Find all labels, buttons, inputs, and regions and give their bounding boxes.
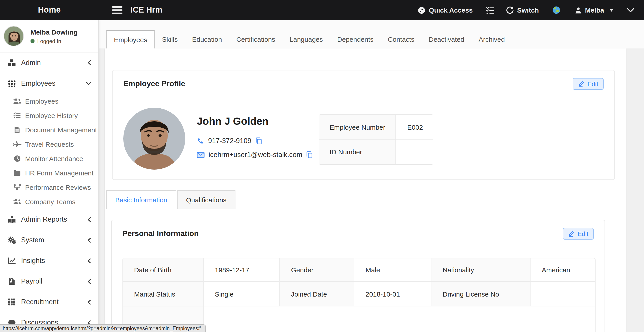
main-content: Employees Skills Education Certification… [99,20,644,332]
sidebar-item-label: Employees [21,79,56,88]
field-label: Marital Status [123,282,204,306]
brand-title: ICE Hrm [130,6,162,15]
chevron-down-icon [86,82,91,85]
tab-certifications[interactable]: Certifications [229,30,282,49]
edit-profile-button[interactable]: Edit [573,78,604,90]
file-archive-icon [6,278,17,285]
employee-phone[interactable]: 917-372-9109 [208,137,251,145]
tab-education[interactable]: Education [185,30,229,49]
link-preview-statusbar: https://icehrm.com/app/demo-icehrm/?g=ad… [0,324,206,332]
employee-profile-card: Employee Profile Edit John J Golden [112,70,615,180]
home-link[interactable]: Home [0,6,99,15]
table-row: Date of Birth 1989-12-17 Gender Male Nat… [123,258,595,282]
module-tabs: Employees Skills Education Certification… [99,20,644,49]
sidebar-item-insights[interactable]: Insights [0,250,98,271]
employee-email[interactable]: icehrm+user1@web-stalk.com [208,151,302,159]
sidebar-subitem-travel-requests[interactable]: Travel Requests [0,137,98,151]
tab-deactivated[interactable]: Deactivated [422,30,471,49]
tasks-button[interactable] [486,6,494,14]
sidebar-subitem-label: Employee History [25,112,78,119]
app-root: Home ICE Hrm Quick Access Switch [0,0,644,332]
field-value [530,282,595,306]
phone-row: 917-372-9109 [197,137,319,145]
phone-icon [197,137,204,144]
sidebar-subitem-monitor-attendance[interactable]: Monitor Attendance [0,151,98,166]
sidebar-item-admin[interactable]: Admin [0,53,98,73]
chevron-left-icon [88,60,91,65]
tab-languages[interactable]: Languages [282,30,330,49]
personal-information-table: Date of Birth 1989-12-17 Gender Male Nat… [122,258,596,332]
sidebar-subitem-performance-reviews[interactable]: Performance Reviews [0,180,98,194]
sidebar-item-label: Admin Reports [21,215,67,223]
table-row: ID Number [319,140,433,164]
topbar: Home ICE Hrm Quick Access Switch [0,0,644,20]
cubes-icon [6,59,17,66]
personal-information-body: Date of Birth 1989-12-17 Gender Male Nat… [112,247,604,332]
copy-icon[interactable] [306,151,312,158]
edit-pencil-icon [568,230,574,237]
diagram-icon [12,184,22,190]
tab-dependents[interactable]: Dependents [330,30,381,49]
user-status: Logged In [30,38,78,44]
field-label: Employee Number [319,115,396,140]
sidebar-subitem-company-teams[interactable]: Company Teams [0,194,98,209]
edit-personal-information-button[interactable]: Edit [563,228,594,239]
tab-contacts[interactable]: Contacts [381,30,422,49]
sidebar-item-label: Insights [21,257,45,265]
tab-employees[interactable]: Employees [106,30,155,49]
checklist-icon [12,112,22,118]
sidebar-item-employees-group[interactable]: Employees [0,73,98,94]
employee-id-table: Employee Number E002 ID Number [319,114,433,165]
sidebar-subitem-label: Employees [25,97,58,105]
switch-button[interactable]: Switch [506,6,539,14]
status-dot-icon [30,39,34,43]
sidebar-subitem-employees[interactable]: Employees [0,94,98,108]
collapse-topbar-button[interactable] [627,8,634,12]
field-value: 2018-10-01 [354,282,432,306]
user-icon [575,7,582,14]
topbar-actions: Quick Access Switch [418,6,644,14]
field-value: Single [204,282,280,306]
globe-icon [552,6,561,14]
book-reader-icon [6,216,17,223]
chevron-left-icon [88,238,91,242]
sidebar-item-recruitment[interactable]: Recruitment [0,292,98,312]
gears-icon [6,236,17,244]
language-globe-button[interactable] [552,6,561,14]
subtab-basic-information[interactable]: Basic Information [106,190,176,209]
employee-profile-header: Employee Profile Edit [112,71,614,97]
users-icon [12,199,22,204]
personal-information-header: Personal Information Edit [112,220,604,247]
sidebar-item-label: Payroll [21,277,42,285]
field-label: Nationality [432,258,530,282]
chevron-left-icon [88,299,91,304]
subtab-qualifications[interactable]: Qualifications [177,190,236,209]
field-value: E002 [396,115,433,140]
sidebar-subitem-document-management[interactable]: Document Management [0,123,98,137]
user-menu[interactable]: Melba [575,6,614,14]
tab-skills[interactable]: Skills [155,30,185,49]
sidebar-subitem-label: Monitor Attendance [25,155,83,162]
hamburger-menu-icon[interactable] [112,6,122,14]
field-value: 1989-12-17 [204,258,280,282]
sidebar-item-system[interactable]: System [0,230,98,250]
quick-access-button[interactable]: Quick Access [418,6,473,14]
sidebar: Melba Dowling Logged In Admin Employees [0,20,99,332]
clock-icon [12,155,22,162]
section-title: Personal Information [122,229,199,238]
sidebar-subitem-hr-form-management[interactable]: HR Form Management [0,166,98,180]
user-name: Melba Dowling [30,28,78,36]
users-icon [12,98,22,104]
quick-access-label: Quick Access [429,6,473,14]
plane-icon [12,141,22,147]
tab-archived[interactable]: Archived [471,30,512,49]
sidebar-subitem-employee-history[interactable]: Employee History [0,108,98,123]
employee-info: John J Golden 917-372-9109 [197,108,319,159]
copy-icon[interactable] [256,137,262,144]
field-value [396,140,433,164]
sidebar-item-payroll[interactable]: Payroll [0,271,98,292]
chevron-down-icon [627,8,634,12]
sidebar-item-admin-reports[interactable]: Admin Reports [0,209,98,230]
section-title: Employee Profile [123,79,185,88]
tab-content-panel: Employee Profile Edit John J Golden [105,49,626,332]
